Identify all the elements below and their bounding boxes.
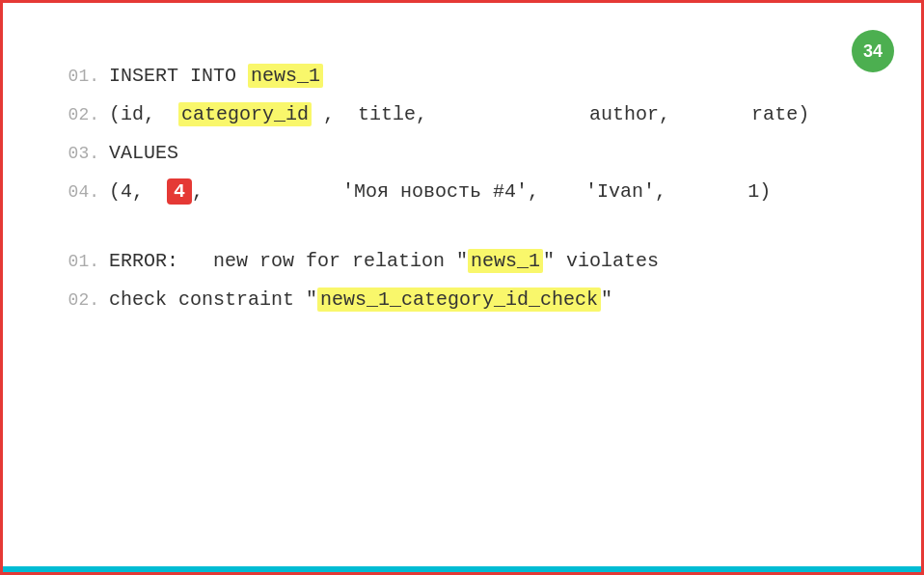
error-line-number-2: 02. — [61, 287, 99, 315]
code-line-3: 03. VALUES — [61, 138, 863, 169]
error-block: 01. ERROR: new row for relation "news_1"… — [61, 246, 863, 315]
badge-number: 34 — [863, 41, 883, 62]
line-content-1: INSERT INTO news_1 — [109, 61, 323, 92]
bottom-accent-bar — [3, 566, 921, 572]
code-line-2: 02. (id, category_id , title, author, ra… — [61, 99, 863, 130]
line-content-3: VALUES — [109, 138, 178, 169]
code-line-1: 01. INSERT INTO news_1 — [61, 61, 863, 92]
error-content-2: check constraint "news_1_category_id_che… — [109, 285, 612, 315]
error-content-1: ERROR: new row for relation "news_1" vio… — [109, 246, 659, 277]
sql-insert-block: 01. INSERT INTO news_1 02. (id, category… — [61, 61, 863, 207]
code-area: 01. INSERT INTO news_1 02. (id, category… — [3, 3, 921, 383]
line-number-3: 03. — [61, 140, 99, 168]
error-line-number-1: 01. — [61, 248, 99, 276]
error-line-2: 02. check constraint "news_1_category_id… — [61, 285, 863, 315]
error-line-1: 01. ERROR: new row for relation "news_1"… — [61, 246, 863, 277]
line-number-1: 01. — [61, 63, 99, 91]
slide-number-badge: 34 — [852, 30, 894, 72]
highlight-category-id: category_id — [178, 102, 312, 126]
line-content-2: (id, category_id , title, author, rate) — [109, 99, 809, 130]
highlight-news1-insert: news_1 — [248, 64, 323, 88]
code-line-4: 04. (4, 4, 'Моя новость #4', 'Ivan', 1) — [61, 177, 863, 207]
highlight-news1-error: news_1 — [468, 249, 543, 273]
line-number-2: 02. — [61, 101, 99, 129]
line-number-4: 04. — [61, 178, 99, 206]
line-content-4: (4, 4, 'Моя новость #4', 'Ivan', 1) — [109, 177, 771, 207]
highlight-value-4: 4 — [167, 178, 192, 205]
highlight-constraint-name: news_1_category_id_check — [317, 288, 601, 312]
